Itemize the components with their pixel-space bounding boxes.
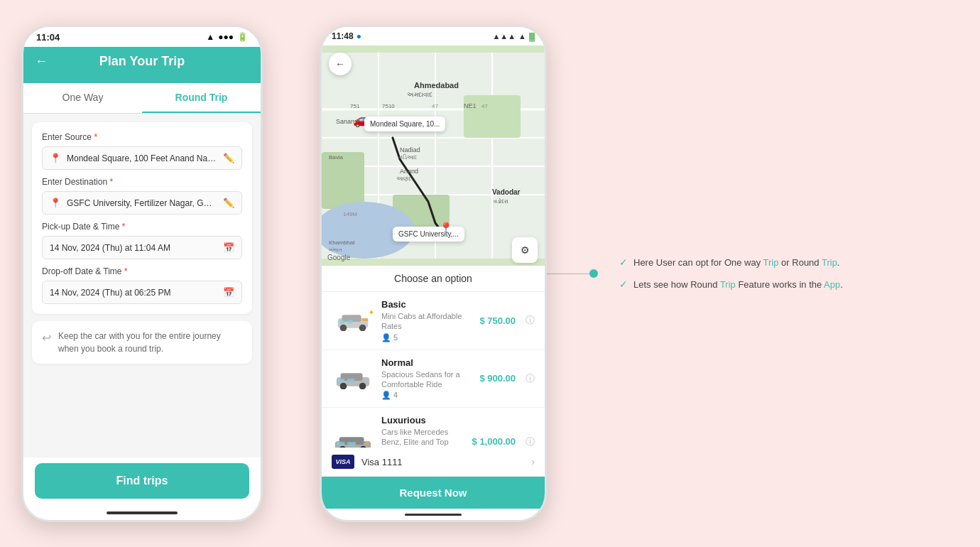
- map-filter-button[interactable]: ⚙: [512, 237, 538, 263]
- phone2-status-icons: ▲▲▲ ▲ ▓: [492, 32, 535, 40]
- svg-text:47: 47: [432, 103, 438, 109]
- tab-round-trip[interactable]: Round Trip: [142, 83, 261, 113]
- basic-ride-seats: 👤 5: [381, 333, 472, 342]
- svg-rect-9: [464, 95, 521, 138]
- pickup-required: *: [122, 222, 126, 232]
- phone1-time: 11:04: [36, 32, 60, 43]
- signal-icon: ●●●: [218, 32, 234, 42]
- wifi-icon: ▲: [206, 32, 214, 42]
- check-icon-1: ✓: [619, 256, 628, 268]
- dropoff-required: *: [124, 266, 128, 276]
- ride-item-basic[interactable]: ✦ Basic Mini Cabs at Affordable Rates 👤 …: [322, 292, 545, 350]
- trip-highlight-1: Trip: [763, 257, 779, 268]
- phone1-status-icons: ▲ ●●● 🔋: [206, 32, 248, 42]
- svg-rect-41: [338, 379, 345, 383]
- source-field-group: Enter Source * 📍 Mondeal Square, 100 Fee…: [42, 132, 242, 170]
- phone2-status-bar: 11:48 ● ▲▲▲ ▲ ▓: [322, 27, 545, 45]
- trip-highlight-3: Trip: [720, 279, 736, 290]
- pickup-field-group: Pick-up Date & Time * 14 Nov, 2024 (Thu)…: [42, 222, 242, 259]
- chevron-right-icon: ›: [531, 456, 535, 467]
- source-label: Enter Source *: [42, 132, 242, 142]
- pickup-label: Pick-up Date & Time *: [42, 222, 242, 232]
- choose-option-bar: Choose an option: [322, 266, 545, 292]
- battery-icon: 🔋: [237, 32, 248, 42]
- phone2-time: 11:48: [332, 31, 354, 41]
- connector-dot: [589, 269, 598, 278]
- svg-text:Khambhat: Khambhat: [329, 239, 355, 246]
- visa-text: VISA: [335, 458, 350, 465]
- svg-text:751: 751: [350, 103, 360, 109]
- connector: [547, 269, 598, 278]
- annotation-text-1: Here User can opt for One way Trip or Ro…: [633, 256, 839, 270]
- svg-rect-35: [347, 320, 353, 324]
- tabs-container: One Way Round Trip: [23, 83, 261, 114]
- round-trip-info-text: Keep the car with you for the entire jou…: [58, 330, 242, 355]
- basic-ride-desc: Mini Cabs at Affordable Rates: [381, 311, 472, 332]
- source-input[interactable]: 📍 Mondeal Square, 100 Feet Anand Nagar R…: [42, 146, 242, 170]
- luxury-info-icon[interactable]: ⓘ: [526, 435, 535, 448]
- destination-label: Enter Destination *: [42, 177, 242, 187]
- rides-list: ✦ Basic Mini Cabs at Affordable Rates 👤 …: [322, 292, 545, 448]
- form-card: Enter Source * 📍 Mondeal Square, 100 Fee…: [32, 122, 252, 314]
- basic-ride-name: Basic: [381, 299, 472, 310]
- dropoff-input[interactable]: 14 Nov, 2024 (Thu) at 06:25 PM 📅: [42, 281, 242, 304]
- normal-ride-name: Normal: [381, 357, 472, 368]
- ride-item-luxurious[interactable]: Luxurious Cars like Mercedes Benz, Elite…: [322, 408, 545, 448]
- annotation-text-2: Lets see how Round Trip Feature works in…: [633, 278, 843, 292]
- svg-rect-42: [347, 379, 354, 383]
- phone1-status-bar: 11:04 ▲ ●●● 🔋: [23, 27, 261, 47]
- location-icon: 📍: [50, 153, 61, 163]
- svg-text:આણંદ: આણંદ: [396, 175, 412, 182]
- svg-text:47: 47: [481, 103, 488, 109]
- map-back-button[interactable]: ←: [329, 53, 352, 75]
- battery-icon2: ▓: [529, 32, 535, 40]
- edit-icon[interactable]: ✏️: [223, 153, 234, 163]
- basic-car-svg: [332, 310, 374, 331]
- normal-info-icon[interactable]: ⓘ: [526, 372, 535, 385]
- phone2-shell: 11:48 ● ▲▲▲ ▲ ▓: [320, 25, 547, 522]
- normal-ride-price: $ 900.00: [479, 373, 516, 384]
- calendar-icon[interactable]: 📅: [223, 242, 234, 253]
- svg-text:નડિઆદ: નડિઆદ: [398, 153, 418, 161]
- luxury-car-svg: [332, 431, 374, 448]
- calendar-icon-dropoff[interactable]: 📅: [223, 287, 234, 298]
- normal-ride-desc: Spacious Sedans for a Comfortable Ride: [381, 369, 472, 390]
- normal-car-svg: [332, 368, 374, 389]
- luxury-ride-name: Luxurious: [381, 415, 465, 426]
- google-logo: Google: [327, 254, 350, 261]
- destination-field-group: Enter Destination * 📍 GSFC University, F…: [42, 177, 242, 215]
- edit-icon-dest[interactable]: ✏️: [223, 197, 234, 208]
- svg-text:અમદાવાદ: અમદાવાદ: [407, 91, 432, 98]
- signal-icon2: ▲▲▲: [492, 32, 516, 40]
- svg-rect-47: [337, 442, 345, 446]
- page-title: Plan Your Trip: [55, 54, 229, 69]
- find-trips-button[interactable]: Find trips: [35, 463, 249, 499]
- dropoff-field-group: Drop-off Date & Time * 14 Nov, 2024 (Thu…: [42, 266, 242, 304]
- annotation-item-1: ✓ Here User can opt for One way Trip or …: [619, 256, 843, 270]
- phone2-section: 11:48 ● ▲▲▲ ▲ ▓: [291, 25, 864, 522]
- back-button[interactable]: ←: [35, 54, 48, 69]
- request-now-button[interactable]: Request Now: [322, 477, 545, 509]
- destination-value: GSFC University, Fertilizer Nagar, GSFC,…: [67, 198, 217, 208]
- destination-input[interactable]: 📍 GSFC University, Fertilizer Nagar, GSF…: [42, 191, 242, 215]
- pickup-input[interactable]: 14 Nov, 2024 (Thu) at 11:04 AM 📅: [42, 236, 242, 259]
- luxury-car-image: [332, 429, 374, 448]
- svg-text:વડોદરા: વડોદરા: [494, 197, 508, 205]
- phone1-header: ← Plan Your Trip: [23, 47, 261, 83]
- svg-text:Bavla: Bavla: [329, 154, 344, 161]
- source-required: *: [94, 132, 97, 142]
- source-tooltip-text: Mondeal Square, 10...: [370, 120, 440, 128]
- home-indicator: [107, 511, 178, 514]
- dropoff-label: Drop-off Date & Time *: [42, 266, 242, 276]
- wifi-icon2: ▲: [518, 32, 526, 40]
- luxury-ride-info: Luxurious Cars like Mercedes Benz, Elite…: [381, 415, 465, 448]
- svg-text:Vadodar: Vadodar: [492, 188, 521, 196]
- svg-rect-49: [365, 441, 369, 444]
- payment-row[interactable]: VISA Visa 1111 ›: [322, 448, 545, 477]
- ride-item-normal[interactable]: Normal Spacious Sedans for a Comfortable…: [322, 350, 545, 408]
- svg-rect-34: [339, 320, 345, 324]
- check-icon-2: ✓: [619, 278, 628, 290]
- tab-one-way[interactable]: One Way: [23, 83, 142, 113]
- normal-ride-info: Normal Spacious Sedans for a Comfortable…: [381, 357, 472, 401]
- basic-info-icon[interactable]: ⓘ: [526, 314, 535, 327]
